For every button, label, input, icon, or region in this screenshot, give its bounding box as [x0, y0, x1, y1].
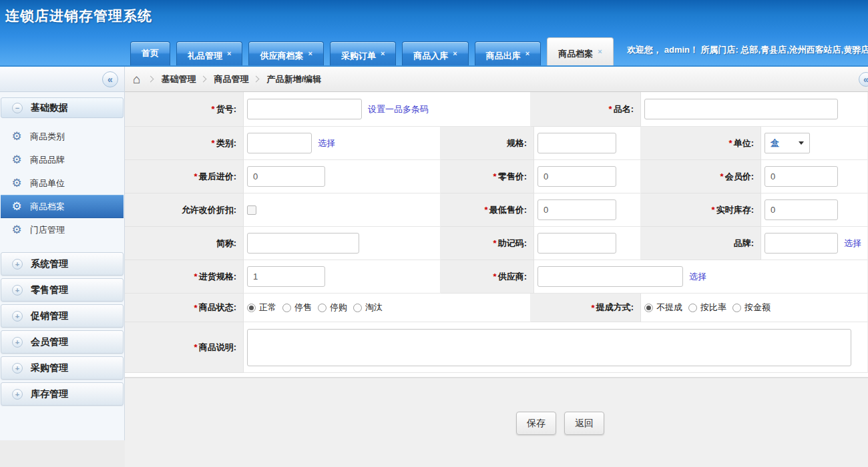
- required-mark: *: [194, 342, 198, 352]
- chevron-right-icon: [148, 76, 154, 83]
- close-icon[interactable]: ×: [598, 47, 602, 55]
- gear-icon: ⚙: [10, 201, 23, 212]
- commission-option-by-amount[interactable]: 按金额: [732, 302, 771, 314]
- min-sale-price-input[interactable]: [537, 199, 616, 220]
- sidebar-section-inventory-management[interactable]: + 库存管理: [1, 382, 124, 406]
- spec-input[interactable]: [537, 133, 616, 153]
- tab-supplier-archive[interactable]: 供应商档案×: [248, 41, 323, 65]
- close-icon[interactable]: ×: [308, 49, 312, 57]
- expand-plus-icon: +: [12, 259, 23, 270]
- sidebar-section-system-management[interactable]: + 系统管理: [1, 252, 124, 276]
- commission-option-by-rate[interactable]: 按比率: [688, 302, 726, 314]
- home-icon[interactable]: ⌂: [133, 73, 140, 85]
- description-textarea[interactable]: [247, 329, 851, 366]
- app-window: 连锁店进销存管理系统 欢迎您， admin！ 所属门店: 总部,青县店,沧州西客…: [0, 0, 868, 467]
- status-option-obsolete[interactable]: 淘汰: [353, 302, 383, 314]
- commission-radio-group: 不提成 按比率 按金额: [644, 302, 771, 314]
- radio-icon[interactable]: [318, 304, 327, 312]
- sidebar-section-header[interactable]: − 基础数据: [1, 97, 124, 118]
- required-mark: *: [485, 205, 488, 215]
- mnemonic-code-input[interactable]: [537, 233, 616, 254]
- save-button[interactable]: 保存: [516, 412, 556, 435]
- expand-plus-icon: +: [12, 363, 23, 374]
- sidebar-collapse-button[interactable]: «: [102, 71, 118, 87]
- required-mark: *: [493, 171, 497, 181]
- close-icon[interactable]: ×: [525, 49, 529, 57]
- gear-icon: ⚙: [10, 154, 23, 165]
- close-icon[interactable]: ×: [453, 49, 457, 57]
- sidebar-item-product-archive[interactable]: ⚙ 商品档案: [1, 195, 124, 218]
- sidebar-section-member-management[interactable]: + 会员管理: [1, 330, 124, 354]
- form-row: 简称: *助记码: 品牌: 选择: [125, 227, 868, 260]
- radio-icon[interactable]: [688, 304, 697, 312]
- category-select-link[interactable]: 选择: [318, 137, 335, 149]
- supplier-input[interactable]: [537, 266, 683, 287]
- sidebar-item-product-category[interactable]: ⚙ 商品类别: [1, 125, 124, 148]
- back-button[interactable]: 返回: [564, 412, 604, 435]
- radio-selected-icon[interactable]: [644, 304, 653, 312]
- allow-discount-checkbox[interactable]: [247, 205, 256, 215]
- tab-goods-outbound[interactable]: 商品出库×: [475, 41, 541, 65]
- close-icon[interactable]: ×: [227, 49, 231, 57]
- set-multi-barcode-link[interactable]: 设置一品多条码: [368, 103, 429, 115]
- retail-price-input[interactable]: [537, 166, 616, 187]
- required-mark: *: [194, 303, 198, 313]
- status-option-normal[interactable]: 正常: [247, 302, 276, 314]
- status-option-stop-sale[interactable]: 停售: [282, 302, 312, 314]
- status-option-stop-purchase[interactable]: 停购: [318, 302, 347, 314]
- member-price-label: 会员价:: [725, 171, 754, 183]
- sidebar-item-product-brand[interactable]: ⚙ 商品品牌: [1, 148, 124, 171]
- brand-select-link[interactable]: 选择: [844, 238, 861, 250]
- sidebar-items: ⚙ 商品类别 ⚙ 商品品牌 ⚙ 商品单位 ⚙ 商品档案: [1, 118, 124, 250]
- top-header: 连锁店进销存管理系统 欢迎您， admin！ 所属门店: 总部,青县店,沧州西客…: [0, 0, 868, 67]
- realtime-stock-input[interactable]: [765, 199, 838, 220]
- radio-icon[interactable]: [282, 304, 291, 312]
- commission-label: 提成方式:: [596, 302, 634, 314]
- unit-select[interactable]: 盒: [765, 133, 810, 153]
- sidebar-section-promotion-management[interactable]: + 促销管理: [1, 304, 124, 328]
- form-row: 允许改价折扣: *最低售价: *实时库存:: [125, 193, 868, 227]
- sidebar: « − 基础数据 ⚙ 商品类别 ⚙ 商品品牌 ⚙: [0, 67, 125, 440]
- radio-selected-icon[interactable]: [247, 304, 256, 312]
- tab-goods-inbound[interactable]: 商品入库×: [402, 41, 468, 65]
- category-input[interactable]: [247, 133, 312, 153]
- short-name-input[interactable]: [247, 233, 359, 254]
- last-purchase-price-input[interactable]: [247, 166, 325, 187]
- tab-purchase-order[interactable]: 采购订单×: [330, 41, 396, 65]
- sidebar-section-retail-management[interactable]: + 零售管理: [1, 278, 124, 302]
- brand-input[interactable]: [765, 233, 838, 254]
- description-label: 商品说明:: [199, 342, 236, 354]
- status-radio-group: 正常 停售 停购 淘汰: [247, 302, 383, 314]
- required-mark: *: [720, 171, 724, 181]
- tab-gift-management[interactable]: 礼品管理×: [176, 41, 242, 65]
- product-name-input[interactable]: [644, 99, 838, 119]
- tab-home[interactable]: 首页: [130, 41, 170, 65]
- sidebar-item-product-unit[interactable]: ⚙ 商品单位: [1, 171, 124, 195]
- commission-option-none[interactable]: 不提成: [644, 302, 682, 314]
- category-label: 类别:: [216, 137, 236, 149]
- member-price-input[interactable]: [765, 166, 838, 187]
- radio-icon[interactable]: [353, 304, 362, 312]
- radio-icon[interactable]: [732, 304, 741, 312]
- min-sale-price-label: 最低售价:: [489, 204, 527, 216]
- supplier-label: 供应商:: [498, 271, 527, 283]
- item-no-label: 货号:: [216, 103, 236, 115]
- item-no-input[interactable]: [247, 99, 362, 119]
- mnemonic-code-label: 助记码:: [498, 238, 527, 250]
- required-mark: *: [592, 303, 595, 313]
- breadcrumb-item-product-management[interactable]: 商品管理: [214, 73, 248, 85]
- sidebar-section-purchase-management[interactable]: + 采购管理: [1, 356, 124, 380]
- close-icon[interactable]: ×: [381, 49, 385, 57]
- product-name-label: 品名:: [614, 103, 634, 115]
- breadcrumb-item-basic-management[interactable]: 基础管理: [161, 73, 196, 85]
- tab-product-archive-active[interactable]: 商品档案×: [547, 37, 613, 65]
- form-row: *最后进价: *零售价: *会员价:: [125, 160, 868, 193]
- sidebar-item-store-management[interactable]: ⚙ 门店管理: [1, 218, 124, 242]
- purchase-spec-input[interactable]: [247, 266, 325, 287]
- form-row: *进货规格: *供应商: 选择: [125, 260, 868, 294]
- supplier-select-link[interactable]: 选择: [689, 271, 706, 283]
- required-mark: *: [212, 104, 215, 114]
- expand-plus-icon: +: [12, 389, 23, 400]
- collapse-minus-icon: −: [12, 103, 23, 113]
- breadcrumb-collapse-button[interactable]: «: [859, 72, 868, 87]
